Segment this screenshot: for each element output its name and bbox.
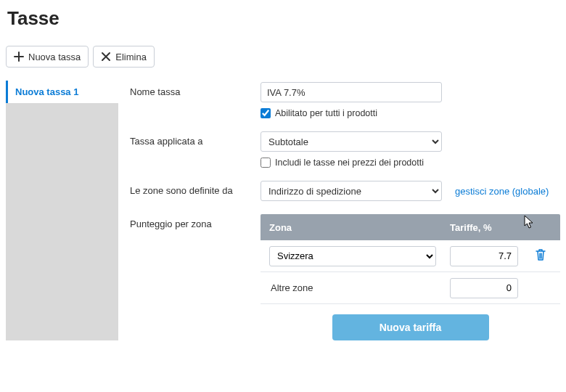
- applied-select[interactable]: Subtotale: [261, 131, 442, 152]
- manage-zones-link[interactable]: gestisci zone (globale): [455, 186, 549, 197]
- plus-icon: [14, 52, 24, 62]
- rates-header-rate: Tariffe, %: [450, 222, 551, 233]
- include-prices-label: Includi le tasse nei prezzi dei prodotti: [275, 158, 424, 168]
- page-title: Tasse: [7, 7, 560, 30]
- toolbar: Nuova tassa Elimina: [6, 46, 560, 68]
- zones-defined-select[interactable]: Indirizzo di spedizione: [261, 181, 442, 201]
- new-tax-button-label: Nuova tassa: [28, 52, 81, 62]
- delete-button-label: Elimina: [115, 52, 147, 62]
- enabled-label: Abilitato per tutti i prodotti: [275, 108, 377, 118]
- include-prices-checkbox[interactable]: [261, 158, 271, 168]
- rates-label: Punteggio per zona: [130, 214, 261, 229]
- rate-row: Altre zone: [261, 272, 560, 304]
- rates-header: Zona Tariffe, %: [261, 214, 560, 240]
- rate-value-input[interactable]: [450, 278, 518, 298]
- name-input[interactable]: [261, 82, 442, 102]
- trash-icon[interactable]: [535, 248, 546, 264]
- sidebar-item-tax-1[interactable]: Nuova tassa 1: [6, 81, 118, 103]
- rate-row: Svizzera: [261, 240, 560, 272]
- name-label: Nome tassa: [130, 82, 261, 97]
- x-icon: [101, 52, 111, 62]
- new-tax-button[interactable]: Nuova tassa: [6, 46, 89, 68]
- rates-table: Zona Tariffe, % Svizzera: [261, 214, 560, 340]
- zones-defined-label: Le zone sono definite da: [130, 181, 261, 196]
- sidebar: Nuova tassa 1: [6, 81, 118, 340]
- new-rate-button[interactable]: Nuova tariffa: [332, 314, 489, 340]
- rate-zone-label: Altre zone: [269, 282, 313, 293]
- rates-header-zone: Zona: [269, 222, 450, 233]
- tax-form: Nome tassa Abilitato per tutti i prodott…: [118, 81, 560, 340]
- enabled-checkbox[interactable]: [261, 108, 271, 118]
- rate-zone-select[interactable]: Svizzera: [269, 246, 436, 266]
- delete-button[interactable]: Elimina: [93, 46, 155, 68]
- applied-label: Tassa applicata a: [130, 131, 261, 147]
- rate-value-input[interactable]: [450, 246, 518, 266]
